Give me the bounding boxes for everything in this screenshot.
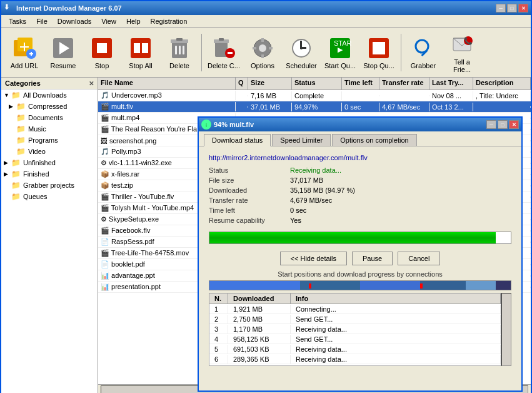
file-name-cell: 🎬 mult.flv: [98, 102, 236, 111]
hide-details-button[interactable]: << Hide details: [280, 252, 347, 265]
dialog-maximize-button[interactable]: □: [498, 120, 508, 129]
connections-table-container: N. Downloaded Info 1 1,921 MB Connecting…: [209, 293, 501, 366]
connections-scrollbar[interactable]: [501, 293, 511, 366]
pause-button[interactable]: Pause: [352, 252, 393, 265]
connections-table[interactable]: 1 1,921 MB Connecting... 2 2,750 MB Send…: [209, 304, 501, 366]
delete-button[interactable]: Delete: [161, 33, 198, 72]
queues-label: Queues: [23, 193, 48, 200]
sidebar-item-grabber-projects[interactable]: 📁 Grabber projects: [1, 180, 98, 191]
status-value-downloaded: 35,158 MB (94.97 %): [290, 186, 355, 194]
status-row-resume: Resume capability Yes: [209, 217, 511, 224]
file-row[interactable]: 🎵 Undercover.mp3 7,16 MB Complete Nov 08…: [98, 90, 531, 101]
sidebar-item-video[interactable]: 📁 Video: [1, 146, 98, 157]
options-icon: [250, 36, 275, 61]
compressed-icon: 📁: [16, 102, 26, 111]
stop-button[interactable]: Stop: [84, 33, 120, 72]
col-header-lasttry[interactable]: Last Try...: [429, 78, 473, 89]
col-header-q[interactable]: Q: [236, 78, 248, 89]
file-icon: 🎬: [101, 114, 109, 121]
options-button[interactable]: Options: [244, 33, 281, 72]
music-label: Music: [28, 125, 46, 133]
minimize-button[interactable]: ─: [496, 4, 506, 13]
col-header-size[interactable]: Size: [248, 78, 292, 89]
cancel-button[interactable]: Cancel: [398, 252, 440, 265]
sidebar-item-programs[interactable]: 📁 Programs: [1, 135, 98, 146]
tell-friend-button[interactable]: 📞 Tell a Frie...: [444, 29, 480, 76]
sidebar-item-queues[interactable]: 📁 Queues: [1, 191, 98, 202]
scheduler-button[interactable]: Scheduler: [283, 33, 319, 72]
toolbar: Add URL Resume Stop: [1, 28, 531, 78]
svg-rect-13: [142, 43, 148, 53]
svg-rect-18: [179, 46, 181, 54]
grabber-projects-icon: 📁: [11, 181, 21, 190]
col-header-status[interactable]: Status: [292, 78, 342, 89]
dialog-tabs: Download status Speed Limiter Options on…: [199, 131, 521, 146]
stop-all-button[interactable]: Stop All: [123, 33, 159, 72]
connection-row[interactable]: 3 1,170 MB Receiving data...: [209, 324, 501, 334]
delete-label: Delete: [169, 62, 189, 69]
menu-help[interactable]: Help: [121, 16, 146, 26]
grabber-button[interactable]: Grabber: [405, 33, 441, 72]
connection-row[interactable]: 5 691,503 KB Receiving data...: [209, 344, 501, 354]
svg-rect-10: [97, 43, 107, 53]
connection-row[interactable]: 2 2,750 MB Send GET...: [209, 314, 501, 324]
sidebar-item-finished[interactable]: ▶ 📁 Finished: [1, 168, 98, 180]
close-button[interactable]: ✕: [518, 4, 528, 13]
tab-speed-limiter[interactable]: Speed Limiter: [272, 134, 331, 146]
menu-file[interactable]: File: [31, 16, 53, 26]
file-status-cell: Complete: [292, 91, 342, 100]
tab-options-completion[interactable]: Options on completion: [332, 134, 416, 146]
resume-button[interactable]: Resume: [45, 33, 81, 72]
dialog-buttons: << Hide details Pause Cancel: [209, 252, 511, 265]
menu-tasks[interactable]: Tasks: [4, 16, 31, 26]
col-header-name[interactable]: File Name: [98, 78, 236, 89]
sidebar-item-compressed[interactable]: ▶ 📁 Compressed: [1, 101, 98, 112]
sidebar-header: Categories ✕: [1, 78, 98, 89]
sidebar: Categories ✕ ▼ 📁 All Downloads ▶ 📁 Compr…: [1, 78, 98, 393]
grabber-icon: [411, 36, 436, 61]
menu-registration[interactable]: Registration: [146, 16, 193, 26]
connection-row[interactable]: 6 289,365 KB Receiving data...: [209, 354, 501, 364]
progress-bar-fill: [209, 232, 496, 243]
sidebar-item-unfinished[interactable]: ▶ 📁 Unfinished: [1, 157, 98, 168]
connections-table-wrapper: N. Downloaded Info 1 1,921 MB Connecting…: [209, 293, 511, 366]
dialog-close-button[interactable]: ✕: [509, 120, 519, 129]
connection-row[interactable]: 4 958,125 KB Send GET...: [209, 334, 501, 344]
svg-rect-12: [134, 43, 140, 53]
sidebar-item-music[interactable]: 📁 Music: [1, 123, 98, 135]
conn-col-header-n: N.: [209, 293, 228, 304]
file-icon: 📊: [101, 283, 109, 290]
add-url-button[interactable]: Add URL: [6, 33, 43, 72]
file-row[interactable]: 🎬 mult.flv 37,01 MB 94,97% 0 sec 4,67 MB…: [98, 101, 531, 113]
file-icon: 📊: [101, 272, 109, 279]
start-queue-button[interactable]: ▶ START Start Qu...: [322, 33, 358, 72]
sidebar-item-all-downloads[interactable]: ▼ 📁 All Downloads: [1, 89, 98, 101]
col-header-transfer[interactable]: Transfer rate: [379, 78, 429, 89]
sidebar-item-documents[interactable]: 📁 Documents: [1, 112, 98, 123]
stop-queue-button[interactable]: Stop Qu...: [361, 33, 397, 72]
tab-download-status[interactable]: Download status: [204, 134, 271, 146]
conn-n: 4: [209, 335, 228, 344]
dialog-minimize-button[interactable]: ─: [486, 120, 496, 129]
file-icon: ⚙: [101, 215, 107, 223]
app-title: Internet Download Manager 6.07: [16, 4, 496, 12]
col-header-timeleft[interactable]: Time left: [342, 78, 379, 89]
maximize-button[interactable]: □: [507, 4, 517, 13]
file-timeleft-cell: 0 sec: [342, 103, 379, 111]
file-q-cell: [236, 106, 248, 108]
status-value-filesize: 37,017 MB: [290, 176, 323, 184]
status-row-timeleft: Time left 0 sec: [209, 207, 511, 214]
file-icon: 🎬: [101, 103, 109, 110]
grabber-projects-label: Grabber projects: [23, 181, 74, 189]
menu-downloads[interactable]: Downloads: [53, 16, 96, 26]
conn-downloaded: 958,125 KB: [228, 335, 291, 344]
connection-row[interactable]: 1 1,921 MB Connecting...: [209, 304, 501, 314]
music-icon: 📁: [16, 125, 26, 133]
delete-completed-button[interactable]: Delete C...: [206, 33, 242, 72]
status-value-status: Receiving data...: [290, 166, 341, 174]
col-header-desc[interactable]: Description: [473, 78, 531, 89]
sidebar-close-button[interactable]: ✕: [89, 80, 94, 87]
menu-view[interactable]: View: [96, 16, 121, 26]
svg-rect-28: [261, 54, 264, 58]
sidebar-title: Categories: [5, 79, 41, 87]
